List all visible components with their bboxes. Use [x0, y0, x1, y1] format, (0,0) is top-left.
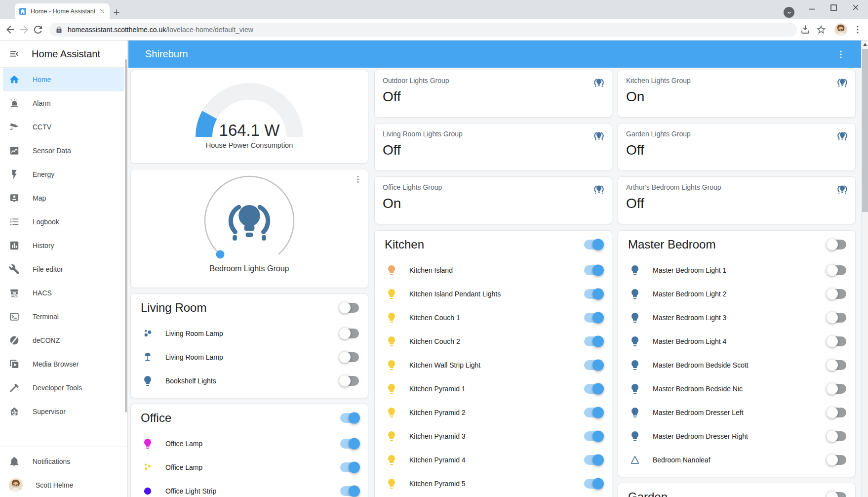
sidebar-item-home[interactable]: Home: [3, 68, 124, 91]
sidebar-item-notifications[interactable]: Notifications: [0, 450, 127, 473]
entity-toggle[interactable]: [828, 265, 846, 275]
sidebar-item-hacs[interactable]: HACS: [0, 281, 127, 305]
bookmark-star-icon[interactable]: [816, 24, 827, 35]
entity-toggle[interactable]: [584, 479, 603, 489]
window-maximize-button[interactable]: [826, 0, 841, 15]
entity-toggle[interactable]: [584, 431, 603, 441]
menu-open-icon[interactable]: [9, 48, 20, 59]
sidebar-item-profile[interactable]: Scott Helme: [0, 473, 127, 497]
gauge-value: 164.1 W: [195, 121, 304, 140]
lightbulb-icon: [386, 264, 397, 276]
entity-toggle[interactable]: [828, 289, 846, 299]
scrollbar-up-arrow-icon[interactable]: [863, 43, 867, 46]
browser-tab[interactable]: Home - Home Assistant: [15, 3, 110, 19]
entity-toggle[interactable]: [828, 431, 846, 441]
entity-toggle[interactable]: [340, 439, 359, 449]
entity-row: Office Light Strip: [131, 479, 368, 497]
download-icon[interactable]: [799, 24, 811, 36]
sidebar-item-media-browser[interactable]: Media Browser: [0, 352, 127, 376]
entity-row: Office Lamp: [131, 456, 368, 479]
entity-toggle[interactable]: [584, 384, 603, 394]
entity-row: Kitchen Couch 2: [375, 330, 612, 353]
window-close-button[interactable]: [848, 0, 863, 15]
group-state: On: [626, 89, 847, 105]
room-toggle[interactable]: [340, 413, 359, 423]
entity-row: Master Bedroom Light 2: [618, 282, 855, 306]
light-group-ring-card[interactable]: Bedroom Lights Group: [130, 169, 368, 288]
url-bar[interactable]: homeassistant.scotthelme.co.uk/lovelace-…: [49, 23, 797, 37]
sidebar-item-file-editor[interactable]: File editor: [0, 257, 127, 281]
sidebar-item-terminal[interactable]: Terminal: [0, 305, 127, 329]
sidebar-scrollbar[interactable]: [125, 59, 127, 413]
entity-toggle[interactable]: [584, 360, 603, 370]
entity-toggle[interactable]: [340, 462, 359, 472]
tab-close-icon[interactable]: [99, 8, 106, 15]
entity-toggle[interactable]: [828, 408, 846, 417]
browser-profile-avatar[interactable]: [834, 23, 847, 36]
bar-chart-box-icon: [9, 240, 20, 251]
group-state: Off: [626, 196, 847, 211]
sidebar-item-energy[interactable]: Energy: [0, 163, 127, 186]
console-icon: [9, 311, 20, 322]
entity-toggle[interactable]: [340, 486, 359, 496]
room-toggle[interactable]: [828, 240, 846, 249]
window-titlebar: Home - Home Assistant: [0, 0, 868, 19]
entity-toggle[interactable]: [584, 265, 603, 275]
brightness-ring-slider[interactable]: [200, 175, 299, 265]
living-room-lights-group-card[interactable]: Living Room Lights Group Off: [374, 123, 612, 171]
sidebar-item-map[interactable]: Map: [0, 186, 127, 210]
card-menu-kebab-icon[interactable]: [353, 174, 363, 184]
page-scrollbar[interactable]: [861, 41, 868, 497]
entity-toggle[interactable]: [584, 408, 603, 417]
entity-toggle[interactable]: [340, 376, 359, 386]
entity-toggle[interactable]: [584, 289, 603, 299]
browser-menu-kebab-icon[interactable]: [852, 24, 863, 35]
room-title: Garden: [628, 490, 828, 497]
scrollbar-thumb[interactable]: [862, 49, 868, 212]
new-tab-button[interactable]: [111, 6, 122, 18]
entity-toggle[interactable]: [828, 384, 846, 394]
sidebar-item-developer-tools[interactable]: Developer Tools: [0, 376, 127, 400]
entity-row: Office Lamp: [131, 432, 368, 456]
sidebar-item-logbook[interactable]: Logbook: [0, 210, 127, 234]
cctv-icon: [9, 122, 20, 132]
sidebar-item-deconz[interactable]: deCONZ: [0, 329, 127, 352]
entity-toggle[interactable]: [584, 455, 603, 465]
sidebar-item-alarm[interactable]: Alarm: [0, 91, 127, 115]
outdoor-lights-group-card[interactable]: Outdoor Lights Group Off: [374, 70, 612, 118]
entity-toggle[interactable]: [340, 329, 359, 338]
room-toggle[interactable]: [828, 492, 846, 497]
gauge-card[interactable]: 164.1 W House Power Consumption: [130, 70, 368, 164]
entity-toggle[interactable]: [828, 313, 846, 323]
lightbulb-icon: [386, 335, 397, 347]
arthurs-bedroom-lights-group-card[interactable]: Arthur's Bedroom Lights Group Off: [618, 176, 856, 224]
garden-card: Garden: [618, 483, 856, 497]
lightbulb-group-icon: [593, 183, 605, 195]
kitchen-lights-group-card[interactable]: Kitchen Lights Group On: [618, 70, 856, 118]
entity-toggle[interactable]: [828, 336, 846, 346]
room-toggle[interactable]: [584, 240, 603, 249]
window-minimize-button[interactable]: [804, 0, 819, 15]
sidebar-item-cctv[interactable]: CCTV: [0, 115, 127, 139]
media-play-icon: [9, 359, 20, 370]
tab-search-chevron-button[interactable]: [784, 7, 794, 18]
sidebar-item-supervisor[interactable]: Supervisor: [0, 400, 127, 423]
master-bedroom-card: Master Bedroom Master Bedroom Light 1 Ma…: [618, 230, 856, 477]
forward-icon[interactable]: [18, 24, 30, 36]
office-lights-group-card[interactable]: Office Lights Group On: [374, 176, 612, 224]
lock-icon: [55, 26, 63, 34]
ring-slider-handle[interactable]: [216, 250, 225, 258]
sidebar-item-sensor-data[interactable]: Sensor Data: [0, 139, 127, 163]
app-header: Shireburn: [128, 41, 861, 68]
reload-icon[interactable]: [32, 24, 44, 36]
garden-lights-group-card[interactable]: Garden Lights Group Off: [618, 123, 856, 171]
entity-toggle[interactable]: [828, 360, 846, 370]
entity-toggle[interactable]: [340, 352, 359, 362]
sidebar-item-history[interactable]: History: [0, 234, 127, 257]
room-toggle[interactable]: [340, 303, 359, 313]
back-icon[interactable]: [4, 24, 16, 36]
entity-toggle[interactable]: [828, 455, 846, 465]
header-menu-kebab-icon[interactable]: [835, 49, 846, 60]
entity-toggle[interactable]: [584, 313, 603, 323]
entity-toggle[interactable]: [584, 336, 603, 346]
